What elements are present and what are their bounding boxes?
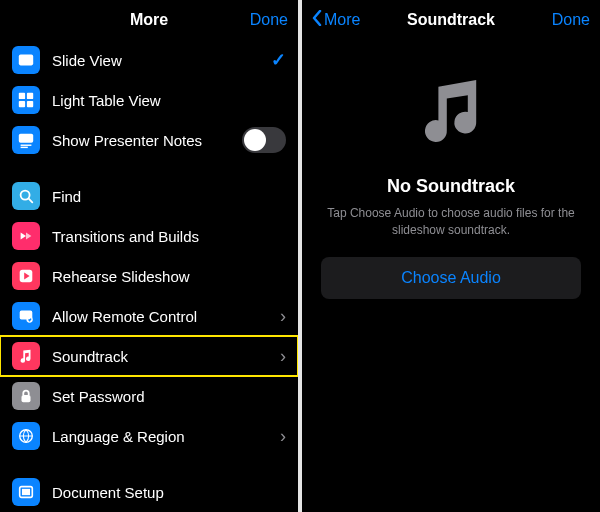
done-button[interactable]: Done [218,11,288,29]
svg-rect-2 [27,93,33,99]
row-show-presenter-notes[interactable]: Show Presenter Notes [0,120,298,160]
row-soundtrack[interactable]: Soundtrack› [0,336,298,376]
navbar: More Soundtrack Done [302,0,600,40]
light-table-icon [12,86,40,114]
svg-rect-5 [19,134,33,143]
svg-rect-0 [19,55,33,66]
svg-line-9 [29,199,33,203]
row-tail: › [280,306,286,327]
find-icon [12,182,40,210]
empty-subtitle: Tap Choose Audio to choose audio files f… [318,205,584,239]
row-label: Language & Region [52,428,280,445]
slide-view-icon [12,46,40,74]
presenter-notes-icon [12,126,40,154]
row-label: Soundtrack [52,348,280,365]
row-document-setup[interactable]: Document Setup [0,472,298,512]
document-icon [12,478,40,506]
empty-title: No Soundtrack [387,176,515,197]
row-light-table-view[interactable]: Light Table View [0,80,298,120]
empty-state: No Soundtrack Tap Choose Audio to choose… [302,70,600,299]
row-label: Allow Remote Control [52,308,280,325]
more-settings-screen: More Done Slide View✓Light Table ViewSho… [0,0,298,512]
done-button[interactable]: Done [520,11,590,29]
row-tail: ✓ [271,49,286,71]
music-note-icon [409,70,493,176]
row-label: Document Setup [52,484,286,501]
row-rehearse-slideshow[interactable]: Rehearse Slideshow [0,256,298,296]
rehearse-icon [12,262,40,290]
row-label: Transitions and Builds [52,228,286,245]
lock-icon [12,382,40,410]
chevron-right-icon: › [280,426,286,447]
chevron-right-icon: › [280,346,286,367]
toggle-switch[interactable] [242,127,286,153]
soundtrack-screen: More Soundtrack Done No Soundtrack Tap C… [302,0,600,512]
globe-icon [12,422,40,450]
transitions-icon [12,222,40,250]
svg-rect-16 [22,489,30,495]
row-label: Slide View [52,52,271,69]
row-label: Show Presenter Notes [52,132,242,149]
row-find[interactable]: Find [0,176,298,216]
svg-rect-7 [21,147,28,148]
row-label: Find [52,188,286,205]
row-slide-view[interactable]: Slide View✓ [0,40,298,80]
svg-rect-1 [19,93,25,99]
chevron-right-icon: › [280,306,286,327]
remote-icon [12,302,40,330]
row-label: Rehearse Slideshow [52,268,286,285]
row-label: Set Password [52,388,286,405]
back-button[interactable]: More [312,10,382,30]
row-language-region[interactable]: Language & Region› [0,416,298,456]
svg-rect-4 [27,101,33,107]
row-tail: › [280,346,286,367]
chevron-left-icon [312,10,322,30]
row-transitions-and-builds[interactable]: Transitions and Builds [0,216,298,256]
back-label: More [324,11,360,29]
row-allow-remote-control[interactable]: Allow Remote Control› [0,296,298,336]
soundtrack-icon [12,342,40,370]
row-set-password[interactable]: Set Password [0,376,298,416]
svg-rect-13 [22,395,31,402]
nav-title: Soundtrack [382,11,520,29]
row-label: Light Table View [52,92,286,109]
row-tail: › [280,426,286,447]
svg-rect-3 [19,101,25,107]
navbar: More Done [0,0,298,40]
nav-title: More [80,11,218,29]
row-tail [242,127,286,153]
choose-audio-button[interactable]: Choose Audio [321,257,581,299]
checkmark-icon: ✓ [271,49,286,71]
settings-list: Slide View✓Light Table ViewShow Presente… [0,40,298,512]
svg-rect-6 [21,145,32,146]
